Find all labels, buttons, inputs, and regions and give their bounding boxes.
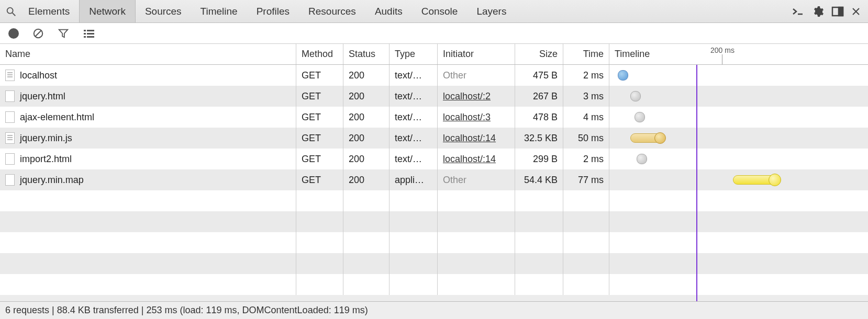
cell-status: 200 bbox=[343, 149, 390, 169]
request-name: ajax-element.html bbox=[20, 112, 94, 123]
svg-rect-4 bbox=[839, 7, 843, 16]
settings-gear-icon[interactable] bbox=[811, 5, 824, 18]
cell-size: 475 B bbox=[515, 65, 563, 86]
request-name: jquery.min.js bbox=[20, 133, 72, 144]
tab-network[interactable]: Network bbox=[79, 0, 136, 22]
initiator-link[interactable]: localhost/:2 bbox=[443, 91, 491, 102]
cell-name: import2.html bbox=[0, 149, 296, 169]
table-row[interactable]: jquery.min.jsGET200text/…localhost/:1432… bbox=[0, 128, 868, 149]
col-method[interactable]: Method bbox=[296, 44, 343, 64]
timeline-bar-end bbox=[654, 132, 666, 144]
table-row[interactable]: jquery.htmlGET200text/…localhost/:2267 B… bbox=[0, 86, 868, 107]
cell-size: 54.4 KB bbox=[515, 169, 563, 190]
cell-type: text/… bbox=[390, 149, 438, 169]
cell-initiator: localhost/:3 bbox=[438, 107, 515, 128]
cell-time: 3 ms bbox=[563, 86, 609, 107]
devtools-tab-bar: ElementsNetworkSourcesTimelineProfilesRe… bbox=[0, 0, 868, 23]
tab-console[interactable]: Console bbox=[412, 0, 468, 22]
tab-resources[interactable]: Resources bbox=[299, 0, 365, 22]
overview-toggle-icon[interactable] bbox=[83, 28, 95, 39]
cell-type: text/… bbox=[390, 86, 438, 107]
initiator-link[interactable]: localhost/:14 bbox=[443, 154, 496, 165]
svg-rect-12 bbox=[84, 33, 86, 35]
tab-elements[interactable]: Elements bbox=[19, 0, 79, 22]
cell-status: 200 bbox=[343, 86, 390, 107]
cell-time: 4 ms bbox=[563, 107, 609, 128]
cell-type: text/… bbox=[390, 65, 438, 86]
request-name: jquery.html bbox=[20, 91, 65, 102]
record-button[interactable] bbox=[8, 28, 19, 39]
file-icon bbox=[5, 174, 15, 186]
cell-method: GET bbox=[296, 86, 343, 107]
cell-name: jquery.min.js bbox=[0, 128, 296, 149]
cell-size: 299 B bbox=[515, 149, 563, 169]
console-drawer-icon[interactable] bbox=[792, 6, 804, 17]
cell-type: text/… bbox=[390, 107, 438, 128]
tab-profiles[interactable]: Profiles bbox=[247, 0, 299, 22]
filter-icon[interactable] bbox=[58, 28, 69, 39]
cell-type: text/… bbox=[390, 128, 438, 149]
svg-rect-13 bbox=[87, 33, 94, 35]
svg-rect-15 bbox=[87, 36, 94, 38]
cell-status: 200 bbox=[343, 169, 390, 190]
table-row[interactable]: jquery.min.mapGET200appli…Other54.4 KB77… bbox=[0, 169, 868, 190]
cell-method: GET bbox=[296, 107, 343, 128]
initiator-text: Other bbox=[443, 175, 466, 186]
cell-method: GET bbox=[296, 169, 343, 190]
col-initiator[interactable]: Initiator bbox=[438, 44, 515, 64]
col-status[interactable]: Status bbox=[343, 44, 390, 64]
cell-timeline bbox=[609, 65, 868, 86]
network-toolbar bbox=[0, 23, 868, 44]
cell-timeline bbox=[609, 107, 868, 128]
initiator-text: Other bbox=[443, 70, 466, 81]
initiator-link[interactable]: localhost/:3 bbox=[443, 112, 491, 123]
empty-row bbox=[0, 274, 868, 295]
col-name[interactable]: Name bbox=[0, 44, 296, 64]
cell-size: 32.5 KB bbox=[515, 128, 563, 149]
cell-method: GET bbox=[296, 128, 343, 149]
table-header-row: Name Method Status Type Initiator Size T… bbox=[0, 44, 868, 65]
cell-time: 77 ms bbox=[563, 169, 609, 190]
empty-row bbox=[0, 211, 868, 232]
empty-row bbox=[0, 253, 868, 274]
svg-marker-9 bbox=[59, 29, 68, 37]
tab-timeline[interactable]: Timeline bbox=[191, 0, 247, 22]
col-timeline[interactable]: Timeline 200 ms bbox=[609, 44, 868, 64]
timeline-bar bbox=[630, 91, 641, 101]
col-size[interactable]: Size bbox=[515, 44, 563, 64]
table-row[interactable]: ajax-element.htmlGET200text/…localhost/:… bbox=[0, 107, 868, 128]
initiator-link[interactable]: localhost/:14 bbox=[443, 133, 496, 144]
cell-name: jquery.min.map bbox=[0, 169, 296, 190]
clear-icon[interactable] bbox=[32, 28, 44, 39]
timeline-label: Timeline bbox=[615, 49, 650, 60]
file-icon bbox=[5, 90, 15, 102]
tab-sources[interactable]: Sources bbox=[136, 0, 191, 22]
cell-initiator: localhost/:14 bbox=[438, 149, 515, 169]
cell-initiator: localhost/:2 bbox=[438, 86, 515, 107]
svg-point-0 bbox=[7, 7, 13, 13]
cell-name: ajax-element.html bbox=[0, 107, 296, 128]
cell-initiator: Other bbox=[438, 169, 515, 190]
cell-timeline bbox=[609, 86, 868, 107]
cell-status: 200 bbox=[343, 107, 390, 128]
cell-name: localhost bbox=[0, 65, 296, 86]
timeline-bar bbox=[618, 70, 628, 81]
dock-side-icon[interactable] bbox=[831, 6, 844, 17]
tab-audits[interactable]: Audits bbox=[365, 0, 412, 22]
cell-status: 200 bbox=[343, 128, 390, 149]
col-time[interactable]: Time bbox=[563, 44, 609, 64]
request-name: jquery.min.map bbox=[20, 175, 84, 186]
file-icon bbox=[5, 111, 15, 123]
col-type[interactable]: Type bbox=[390, 44, 438, 64]
cell-timeline bbox=[609, 149, 868, 169]
table-row[interactable]: import2.htmlGET200text/…localhost/:14299… bbox=[0, 149, 868, 169]
cell-initiator: Other bbox=[438, 65, 515, 86]
cell-method: GET bbox=[296, 149, 343, 169]
cell-size: 267 B bbox=[515, 86, 563, 107]
close-icon[interactable] bbox=[851, 7, 861, 16]
svg-rect-14 bbox=[84, 36, 86, 38]
search-icon[interactable] bbox=[3, 6, 19, 17]
table-row[interactable]: localhostGET200text/…Other475 B2 ms bbox=[0, 65, 868, 86]
svg-line-8 bbox=[36, 30, 41, 36]
tab-layers[interactable]: Layers bbox=[467, 0, 516, 22]
